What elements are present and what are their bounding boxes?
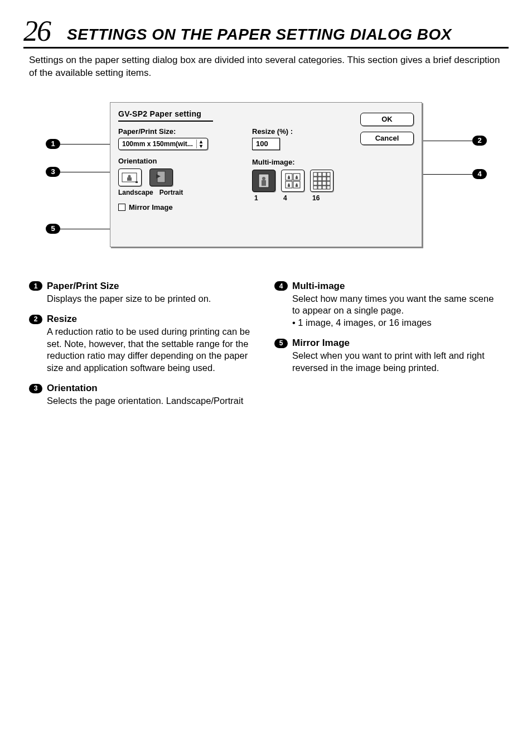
desc-item-2: 2 Resize A reduction ratio to be used du… [29,314,258,374]
svg-rect-21 [313,172,317,176]
leader-1 [60,144,110,145]
callout-4: 4 [472,169,487,179]
svg-rect-2 [127,177,132,181]
svg-rect-20 [296,185,298,187]
svg-rect-16 [296,177,298,179]
svg-rect-3 [136,181,138,183]
leader-3 [60,172,110,172]
svg-rect-30 [318,181,322,185]
desc-item-5: 5 Mirror Image Select when you want to p… [274,338,503,374]
callout-5: 5 [46,224,60,234]
callout-2: 2 [472,136,487,146]
svg-rect-18 [288,185,290,187]
svg-rect-36 [327,186,330,189]
multi-image-1-button[interactable] [252,170,275,192]
paper-size-label: Paper/Print Size: [118,127,252,136]
single-image-icon [258,173,270,189]
title-rule [118,121,213,122]
svg-point-7 [262,177,265,180]
page-header: 26 SETTINGS ON THE PAPER SETTING DIALOG … [23,17,509,49]
orientation-label: Orientation [118,157,252,165]
paper-size-select[interactable]: 100mm x 150mm(wit... ▴▾ [118,138,208,150]
desc-body-2: A reduction ratio to be used during prin… [29,326,258,374]
page-title: SETTINGS ON THE PAPER SETTING DIALOG BOX [67,26,452,46]
svg-rect-27 [322,177,326,181]
multi-opt-16: 16 [310,194,333,202]
mirror-image-checkbox[interactable] [118,204,125,211]
ok-button[interactable]: OK [360,113,414,126]
paper-setting-dialog: GV-SP2 Paper setting OK Cancel Paper/Pri… [110,102,422,247]
badge-1: 1 [29,281,42,291]
leader-5 [60,229,110,229]
badge-5: 5 [274,339,288,348]
svg-rect-24 [327,172,330,176]
resize-label: Resize (%) : [252,127,414,136]
svg-rect-8 [262,180,266,186]
sixteen-image-icon [313,172,331,190]
svg-rect-25 [313,177,317,181]
svg-rect-14 [288,177,290,179]
landscape-icon [122,171,138,184]
svg-rect-29 [313,181,317,185]
multi-image-label: Multi-image: [252,158,414,166]
desc-item-1: 1 Paper/Print Size Displays the paper si… [29,281,258,305]
multi-opt-1: 1 [252,194,275,202]
mirror-image-label: Mirror Image [129,203,173,211]
desc-bullet-4: • 1 image, 4 images, or 16 images [274,317,503,329]
multi-image-4-button[interactable] [281,170,304,192]
svg-point-1 [128,175,131,177]
callout-1: 1 [46,139,60,149]
svg-rect-22 [318,172,322,176]
orientation-landscape-button[interactable] [118,168,142,186]
desc-body-4: Select how many times you want the same … [274,293,503,317]
portrait-icon [153,171,170,184]
svg-rect-26 [318,177,322,181]
desc-title-3: Orientation [47,383,98,394]
intro-text: Settings on the paper setting dialog box… [29,54,503,80]
page-number: 26 [23,17,50,46]
desc-body-1: Displays the paper size to be printed on… [29,293,258,305]
resize-input[interactable]: 100 [252,138,280,150]
dialog-diagram: 1 3 5 2 4 GV-SP2 Paper setting OK Cancel… [23,102,509,247]
desc-title-1: Paper/Print Size [47,281,119,292]
landscape-label: Landscape [118,189,151,196]
svg-rect-31 [322,181,326,185]
desc-title-5: Mirror Image [292,338,350,349]
description-columns: 1 Paper/Print Size Displays the paper si… [23,281,509,416]
desc-title-2: Resize [47,314,77,325]
badge-4: 4 [274,281,288,291]
orientation-portrait-button[interactable] [149,168,173,186]
multi-image-16-button[interactable] [310,170,333,192]
paper-size-value: 100mm x 150mm(wit... [122,140,193,148]
desc-item-3: 3 Orientation Selects the page orientati… [29,383,258,407]
portrait-label: Portrait [155,189,187,196]
svg-rect-32 [327,181,330,185]
desc-body-5: Select when you want to print with left … [274,350,503,374]
desc-item-4: 4 Multi-image Select how many times you … [274,281,503,329]
svg-rect-28 [327,177,330,181]
resize-value: 100 [256,139,268,148]
callout-3: 3 [46,167,60,177]
desc-title-4: Multi-image [292,281,345,292]
svg-rect-35 [322,186,326,189]
badge-3: 3 [29,384,42,393]
svg-rect-33 [313,186,317,189]
four-image-icon [284,172,301,189]
badge-2: 2 [29,315,42,324]
multi-opt-4: 4 [281,194,304,202]
desc-body-3: Selects the page orientation. Landscape/… [29,395,258,407]
select-arrows-icon: ▴▾ [196,139,205,148]
svg-rect-34 [318,186,322,189]
svg-rect-23 [322,172,326,176]
